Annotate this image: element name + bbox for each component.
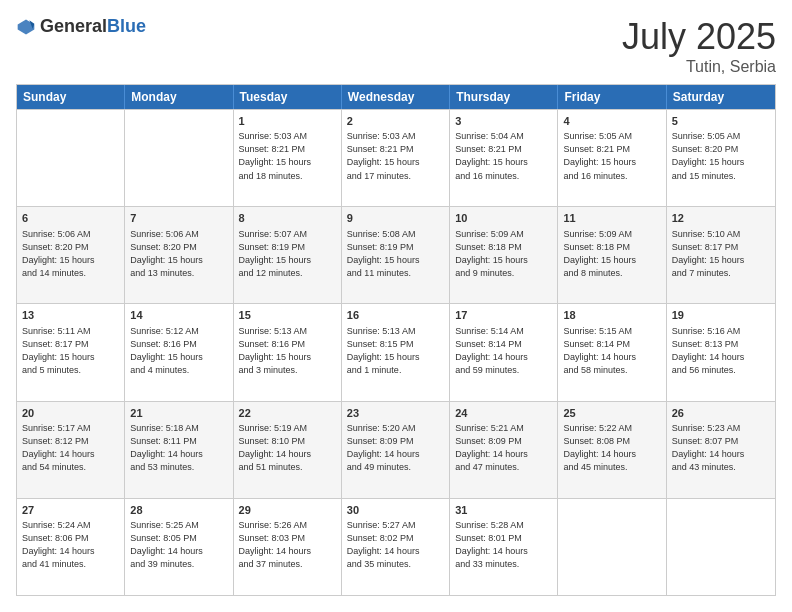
cell-info: Sunrise: 5:06 AMSunset: 8:20 PMDaylight:… (130, 228, 227, 280)
day-number: 13 (22, 308, 119, 323)
day-number: 11 (563, 211, 660, 226)
calendar-cell-r2-c7: 12Sunrise: 5:10 AMSunset: 8:17 PMDayligh… (667, 207, 775, 303)
cell-info: Sunrise: 5:08 AMSunset: 8:19 PMDaylight:… (347, 228, 444, 280)
cell-info: Sunrise: 5:22 AMSunset: 8:08 PMDaylight:… (563, 422, 660, 474)
cell-info: Sunrise: 5:15 AMSunset: 8:14 PMDaylight:… (563, 325, 660, 377)
calendar-row-1: 1Sunrise: 5:03 AMSunset: 8:21 PMDaylight… (17, 109, 775, 206)
calendar-cell-r3-c4: 16Sunrise: 5:13 AMSunset: 8:15 PMDayligh… (342, 304, 450, 400)
day-number: 23 (347, 406, 444, 421)
calendar-cell-r1-c3: 1Sunrise: 5:03 AMSunset: 8:21 PMDaylight… (234, 110, 342, 206)
calendar-body: 1Sunrise: 5:03 AMSunset: 8:21 PMDaylight… (17, 109, 775, 595)
day-number: 16 (347, 308, 444, 323)
calendar-cell-r5-c3: 29Sunrise: 5:26 AMSunset: 8:03 PMDayligh… (234, 499, 342, 595)
day-number: 22 (239, 406, 336, 421)
calendar-cell-r2-c1: 6Sunrise: 5:06 AMSunset: 8:20 PMDaylight… (17, 207, 125, 303)
cell-info: Sunrise: 5:03 AMSunset: 8:21 PMDaylight:… (239, 130, 336, 182)
calendar-cell-r5-c5: 31Sunrise: 5:28 AMSunset: 8:01 PMDayligh… (450, 499, 558, 595)
day-number: 25 (563, 406, 660, 421)
day-number: 5 (672, 114, 770, 129)
calendar-cell-r4-c3: 22Sunrise: 5:19 AMSunset: 8:10 PMDayligh… (234, 402, 342, 498)
cell-info: Sunrise: 5:09 AMSunset: 8:18 PMDaylight:… (563, 228, 660, 280)
cell-info: Sunrise: 5:14 AMSunset: 8:14 PMDaylight:… (455, 325, 552, 377)
calendar-cell-r4-c6: 25Sunrise: 5:22 AMSunset: 8:08 PMDayligh… (558, 402, 666, 498)
cell-info: Sunrise: 5:18 AMSunset: 8:11 PMDaylight:… (130, 422, 227, 474)
calendar-cell-r1-c2 (125, 110, 233, 206)
calendar-cell-r2-c6: 11Sunrise: 5:09 AMSunset: 8:18 PMDayligh… (558, 207, 666, 303)
day-number: 21 (130, 406, 227, 421)
calendar-cell-r4-c2: 21Sunrise: 5:18 AMSunset: 8:11 PMDayligh… (125, 402, 233, 498)
day-number: 12 (672, 211, 770, 226)
page: GeneralBlue July 2025 Tutin, Serbia Sund… (0, 0, 792, 612)
calendar-cell-r2-c5: 10Sunrise: 5:09 AMSunset: 8:18 PMDayligh… (450, 207, 558, 303)
day-number: 14 (130, 308, 227, 323)
calendar-cell-r3-c7: 19Sunrise: 5:16 AMSunset: 8:13 PMDayligh… (667, 304, 775, 400)
day-number: 1 (239, 114, 336, 129)
cell-info: Sunrise: 5:12 AMSunset: 8:16 PMDaylight:… (130, 325, 227, 377)
calendar-cell-r2-c3: 8Sunrise: 5:07 AMSunset: 8:19 PMDaylight… (234, 207, 342, 303)
calendar-cell-r1-c1 (17, 110, 125, 206)
logo-general: General (40, 16, 107, 36)
day-number: 30 (347, 503, 444, 518)
month-title: July 2025 (622, 16, 776, 58)
day-number: 4 (563, 114, 660, 129)
calendar-cell-r2-c2: 7Sunrise: 5:06 AMSunset: 8:20 PMDaylight… (125, 207, 233, 303)
cell-info: Sunrise: 5:25 AMSunset: 8:05 PMDaylight:… (130, 519, 227, 571)
calendar-row-5: 27Sunrise: 5:24 AMSunset: 8:06 PMDayligh… (17, 498, 775, 595)
day-number: 27 (22, 503, 119, 518)
cell-info: Sunrise: 5:26 AMSunset: 8:03 PMDaylight:… (239, 519, 336, 571)
logo-icon (16, 17, 36, 37)
cell-info: Sunrise: 5:17 AMSunset: 8:12 PMDaylight:… (22, 422, 119, 474)
calendar-cell-r4-c5: 24Sunrise: 5:21 AMSunset: 8:09 PMDayligh… (450, 402, 558, 498)
day-number: 19 (672, 308, 770, 323)
location-subtitle: Tutin, Serbia (622, 58, 776, 76)
calendar-header: Sunday Monday Tuesday Wednesday Thursday… (17, 85, 775, 109)
header: GeneralBlue July 2025 Tutin, Serbia (16, 16, 776, 76)
header-wednesday: Wednesday (342, 85, 450, 109)
header-monday: Monday (125, 85, 233, 109)
cell-info: Sunrise: 5:19 AMSunset: 8:10 PMDaylight:… (239, 422, 336, 474)
cell-info: Sunrise: 5:27 AMSunset: 8:02 PMDaylight:… (347, 519, 444, 571)
day-number: 2 (347, 114, 444, 129)
svg-marker-0 (18, 19, 35, 34)
calendar-cell-r1-c6: 4Sunrise: 5:05 AMSunset: 8:21 PMDaylight… (558, 110, 666, 206)
calendar-cell-r1-c4: 2Sunrise: 5:03 AMSunset: 8:21 PMDaylight… (342, 110, 450, 206)
cell-info: Sunrise: 5:09 AMSunset: 8:18 PMDaylight:… (455, 228, 552, 280)
calendar-cell-r5-c1: 27Sunrise: 5:24 AMSunset: 8:06 PMDayligh… (17, 499, 125, 595)
cell-info: Sunrise: 5:13 AMSunset: 8:16 PMDaylight:… (239, 325, 336, 377)
day-number: 31 (455, 503, 552, 518)
day-number: 6 (22, 211, 119, 226)
cell-info: Sunrise: 5:11 AMSunset: 8:17 PMDaylight:… (22, 325, 119, 377)
calendar-cell-r3-c3: 15Sunrise: 5:13 AMSunset: 8:16 PMDayligh… (234, 304, 342, 400)
calendar-cell-r3-c6: 18Sunrise: 5:15 AMSunset: 8:14 PMDayligh… (558, 304, 666, 400)
calendar-cell-r2-c4: 9Sunrise: 5:08 AMSunset: 8:19 PMDaylight… (342, 207, 450, 303)
cell-info: Sunrise: 5:28 AMSunset: 8:01 PMDaylight:… (455, 519, 552, 571)
calendar: Sunday Monday Tuesday Wednesday Thursday… (16, 84, 776, 596)
day-number: 9 (347, 211, 444, 226)
day-number: 10 (455, 211, 552, 226)
header-friday: Friday (558, 85, 666, 109)
cell-info: Sunrise: 5:06 AMSunset: 8:20 PMDaylight:… (22, 228, 119, 280)
calendar-cell-r3-c1: 13Sunrise: 5:11 AMSunset: 8:17 PMDayligh… (17, 304, 125, 400)
cell-info: Sunrise: 5:04 AMSunset: 8:21 PMDaylight:… (455, 130, 552, 182)
calendar-cell-r4-c7: 26Sunrise: 5:23 AMSunset: 8:07 PMDayligh… (667, 402, 775, 498)
calendar-cell-r4-c1: 20Sunrise: 5:17 AMSunset: 8:12 PMDayligh… (17, 402, 125, 498)
calendar-cell-r3-c5: 17Sunrise: 5:14 AMSunset: 8:14 PMDayligh… (450, 304, 558, 400)
header-sunday: Sunday (17, 85, 125, 109)
day-number: 24 (455, 406, 552, 421)
calendar-cell-r5-c4: 30Sunrise: 5:27 AMSunset: 8:02 PMDayligh… (342, 499, 450, 595)
cell-info: Sunrise: 5:20 AMSunset: 8:09 PMDaylight:… (347, 422, 444, 474)
day-number: 20 (22, 406, 119, 421)
day-number: 18 (563, 308, 660, 323)
calendar-cell-r4-c4: 23Sunrise: 5:20 AMSunset: 8:09 PMDayligh… (342, 402, 450, 498)
header-saturday: Saturday (667, 85, 775, 109)
cell-info: Sunrise: 5:05 AMSunset: 8:20 PMDaylight:… (672, 130, 770, 182)
header-tuesday: Tuesday (234, 85, 342, 109)
title-block: July 2025 Tutin, Serbia (622, 16, 776, 76)
day-number: 29 (239, 503, 336, 518)
day-number: 7 (130, 211, 227, 226)
cell-info: Sunrise: 5:23 AMSunset: 8:07 PMDaylight:… (672, 422, 770, 474)
calendar-row-2: 6Sunrise: 5:06 AMSunset: 8:20 PMDaylight… (17, 206, 775, 303)
day-number: 15 (239, 308, 336, 323)
cell-info: Sunrise: 5:13 AMSunset: 8:15 PMDaylight:… (347, 325, 444, 377)
cell-info: Sunrise: 5:16 AMSunset: 8:13 PMDaylight:… (672, 325, 770, 377)
